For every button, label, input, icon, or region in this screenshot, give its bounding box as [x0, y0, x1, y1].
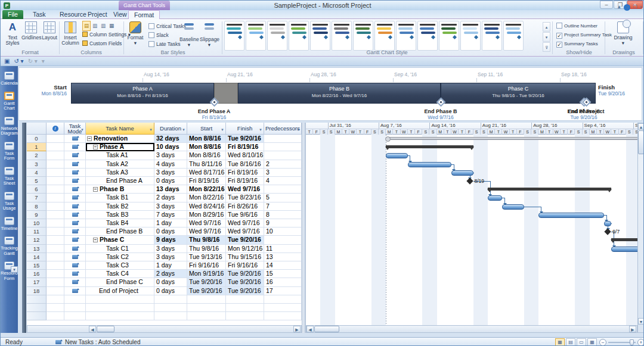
cell-start[interactable]: Fri 8/19/16 — [187, 177, 226, 185]
cell-task-name[interactable]: Task C2 — [86, 253, 154, 261]
cell-pred[interactable]: 15 — [264, 270, 302, 278]
cell-fin[interactable]: Mon 9/12/16 — [226, 245, 264, 253]
button-column-settings[interactable]: Column Settings ▾ — [82, 30, 131, 39]
scroll-left-icon[interactable]: ◀ — [89, 326, 96, 332]
cell-dur[interactable]: 3 days — [154, 151, 187, 160]
button-format-bar-styles[interactable]: Format ▾ — [126, 21, 145, 49]
project-summary-task-checkbox[interactable]: ✓ — [556, 33, 562, 39]
cell-task-name[interactable]: Task C3 — [86, 261, 154, 270]
new-tasks-mode[interactable]: New Tasks : Auto Scheduled — [65, 339, 141, 345]
cell-start[interactable]: Thu 9/8/16 — [187, 236, 226, 244]
cell-task-mode[interactable] — [64, 287, 86, 295]
cell-start[interactable]: Tue 9/20/16 — [187, 287, 226, 295]
cell-info[interactable] — [47, 160, 64, 169]
cell-task-mode[interactable] — [64, 151, 86, 160]
row-id[interactable]: 0 — [27, 135, 47, 143]
filter-arrow-icon[interactable]: ▼ — [80, 127, 84, 133]
task-bar[interactable] — [386, 153, 408, 158]
empty-cell[interactable] — [264, 295, 302, 304]
sidebar-item-tracking-gantt[interactable]: TrackingGantt — [1, 236, 18, 256]
tab-file[interactable]: File — [2, 10, 23, 19]
cell-info[interactable] — [47, 245, 64, 253]
gantt-style-swatch[interactable] — [289, 21, 309, 51]
cell-info[interactable] — [47, 211, 64, 219]
cell-task-name[interactable]: End Phase B — [86, 227, 154, 236]
row-id[interactable]: 13 — [27, 245, 47, 253]
close-small-icon[interactable]: × — [639, 4, 642, 11]
task-bar[interactable] — [451, 170, 473, 176]
scroll-right-icon[interactable]: ▶ — [293, 326, 301, 332]
task-bar[interactable] — [502, 204, 524, 210]
gantt-style-swatch[interactable] — [374, 21, 395, 51]
tab-task[interactable]: Task — [27, 10, 51, 19]
cell-pred[interactable] — [264, 236, 302, 244]
cell-fin[interactable]: Tue 8/23/16 — [226, 194, 264, 202]
task-bar[interactable] — [408, 162, 451, 167]
cell-task-mode[interactable] — [64, 143, 86, 151]
cell-fin[interactable]: Tue 9/6/16 — [226, 211, 264, 219]
cell-fin[interactable]: Wed 8/10/16 — [226, 151, 264, 160]
cell-fin[interactable]: Thu 9/15/16 — [226, 253, 264, 261]
cell-dur[interactable]: 0 days — [154, 278, 187, 286]
row-id[interactable]: 17 — [27, 278, 47, 286]
empty-cell[interactable] — [47, 312, 64, 320]
cell-start[interactable]: Fri 9/16/16 — [187, 261, 226, 270]
gallery-up-icon[interactable]: ▴ — [543, 22, 550, 32]
chart-vscroll-thumb[interactable] — [638, 130, 644, 154]
cell-dur[interactable]: 7 days — [154, 211, 187, 219]
cell-info[interactable] — [47, 278, 64, 286]
cell-info[interactable] — [47, 236, 64, 244]
collapse-icon[interactable]: − — [93, 145, 98, 149]
critical-tasks-checkbox[interactable] — [148, 23, 154, 29]
row-id[interactable]: 18 — [27, 287, 47, 295]
row-id[interactable]: 1 — [27, 143, 47, 151]
cell-task-mode[interactable] — [64, 160, 86, 169]
empty-cell[interactable] — [154, 295, 187, 304]
row-id[interactable]: 2 — [27, 151, 47, 160]
cell-fin[interactable]: Tue 9/20/16 — [226, 287, 264, 295]
cell-pred[interactable]: 3 — [264, 169, 302, 177]
empty-cell[interactable] — [187, 304, 226, 312]
cell-dur[interactable]: 10 days — [154, 143, 187, 151]
cell-start[interactable]: Mon 8/8/16 — [187, 135, 226, 143]
gantt-style-swatch[interactable] — [396, 21, 416, 51]
cell-fin[interactable]: Tue 9/20/16 — [226, 236, 264, 244]
minimize-ribbon-icon[interactable]: ▲ — [617, 4, 621, 11]
cell-task-name[interactable]: Task A3 — [86, 169, 154, 177]
zoom-slider[interactable] — [608, 342, 636, 343]
cell-pred[interactable]: 11 — [264, 245, 302, 253]
cell-start[interactable]: Thu 9/8/16 — [187, 245, 226, 253]
row-id[interactable]: 6 — [27, 185, 47, 194]
cell-dur[interactable]: 1 day — [154, 261, 187, 270]
cell-info[interactable] — [47, 185, 64, 194]
cell-info[interactable] — [47, 143, 64, 151]
milestone-diamond[interactable] — [466, 177, 473, 184]
row-id[interactable]: 3 — [27, 160, 47, 169]
empty-cell[interactable] — [264, 304, 302, 312]
gantt-style-swatch[interactable] — [310, 21, 330, 51]
cell-task-name[interactable]: −Phase A — [86, 143, 154, 151]
cell-fin[interactable]: Tue 9/20/16 — [226, 278, 264, 286]
filter-arrow-icon[interactable]: ▼ — [182, 127, 185, 133]
empty-cell[interactable] — [226, 304, 264, 312]
cell-task-name[interactable]: Task B2 — [86, 202, 154, 211]
row-id[interactable]: 12 — [27, 236, 47, 244]
cell-info[interactable] — [47, 287, 64, 295]
task-bar[interactable] — [604, 221, 611, 226]
row-id[interactable]: 7 — [27, 194, 47, 202]
cell-task-mode[interactable] — [64, 211, 86, 219]
empty-cell[interactable] — [86, 295, 154, 304]
cell-pred[interactable] — [264, 185, 302, 194]
cell-dur[interactable]: 13 days — [154, 185, 187, 194]
cell-dur[interactable]: 0 days — [154, 177, 187, 185]
sidebar-item-gantt-chart[interactable]: GanttChart — [1, 92, 18, 111]
cell-task-mode[interactable] — [64, 194, 86, 202]
cell-info[interactable] — [47, 253, 64, 261]
timeline-pane[interactable]: Aug 14, '16Aug 21, '16Aug 28, '16Sep 4, … — [18, 67, 642, 121]
pane-splitter[interactable] — [302, 123, 306, 333]
sheet-view-icon[interactable]: ▦ — [587, 338, 597, 346]
scroll-left-icon[interactable]: ◀ — [306, 326, 314, 332]
zoom-out-icon[interactable]: − — [599, 339, 606, 346]
cell-task-name[interactable]: Task B3 — [86, 211, 154, 219]
timeline-phase-phase-a[interactable]: Phase AMon 8/8/16 - Fri 8/19/16 — [71, 83, 214, 104]
